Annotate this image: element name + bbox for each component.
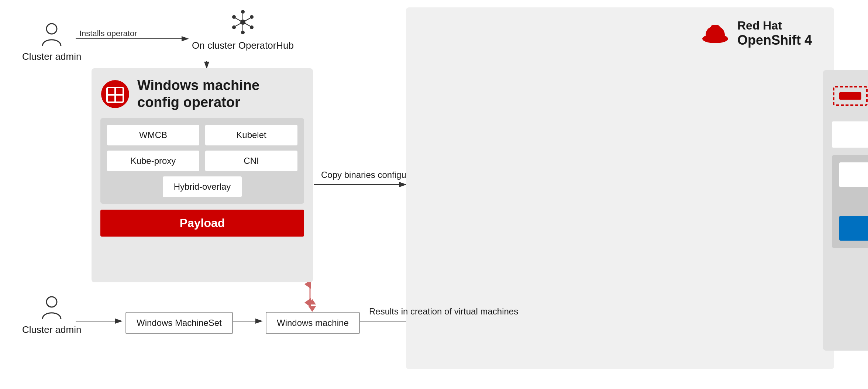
svg-point-22	[241, 31, 245, 34]
svg-marker-44	[309, 299, 316, 304]
comp-cni: CNI	[205, 151, 297, 171]
redhat-logo: Red Hat OpenShift 4	[700, 18, 812, 48]
svg-point-23	[232, 25, 236, 29]
wvm-box: Windows virtual machine Kube-proxy Hybri…	[823, 70, 868, 351]
inner-top-row: Kubelet CNI	[839, 162, 868, 187]
comp-row-1: WMCB Kubelet	[107, 125, 297, 145]
wvm-header: Windows virtual machine	[832, 79, 868, 113]
windows-machine-box: Windows machine	[266, 312, 360, 334]
comp-hybrid-overlay: Hybrid-overlay	[163, 176, 242, 197]
wmco-components: WMCB Kubelet Kube-proxy CNI Hybrid-overl…	[100, 118, 304, 204]
comp-kube-proxy: Kube-proxy	[107, 151, 199, 171]
redhat-hat-icon	[700, 18, 730, 48]
wmco-box: Windows machine config operator WMCB Kub…	[92, 68, 313, 282]
inner-box: Kubelet CNI Configures Windows machine c…	[832, 155, 868, 248]
person-icon-top	[41, 22, 63, 48]
openshift-text: Red Hat OpenShift 4	[737, 19, 812, 48]
cluster-admin-bottom-label: Cluster admin	[22, 324, 81, 335]
wmco-header: Windows machine config operator	[100, 77, 304, 111]
openshift-version: OpenShift 4	[737, 32, 812, 48]
results-label: Results in creation of virtual machines	[369, 306, 518, 317]
svg-marker-43	[309, 306, 316, 312]
configures-area: Configures	[839, 193, 868, 211]
diagram-container: Cluster admin Installs operator On clust…	[0, 0, 868, 389]
wmco-icon	[100, 79, 130, 109]
svg-point-45	[46, 297, 57, 307]
wvm-icon	[832, 85, 868, 107]
svg-rect-38	[839, 92, 861, 100]
cluster-admin-top: Cluster admin	[22, 22, 81, 62]
installs-operator-label: Installs operator	[79, 29, 137, 38]
comp-kubelet: Kubelet	[205, 125, 297, 145]
cluster-admin-top-label: Cluster admin	[22, 51, 81, 62]
payload-bar: Payload	[100, 210, 304, 237]
svg-point-21	[250, 25, 254, 29]
windows-machineset-box: Windows MachineSet	[125, 312, 233, 334]
operator-hub: On cluster OperatorHub	[192, 7, 294, 51]
svg-point-36	[711, 25, 720, 28]
wvm-top-row: Kube-proxy Hybrid-overlay	[832, 121, 868, 148]
svg-point-24	[232, 15, 236, 19]
comp-row-3: Hybrid-overlay	[107, 176, 297, 197]
redhat-text: Red Hat	[737, 19, 812, 32]
operator-hub-label: On cluster OperatorHub	[192, 40, 294, 51]
cluster-admin-bottom: Cluster admin	[22, 295, 81, 335]
svg-point-17	[46, 24, 57, 34]
comp-wmcb: WMCB	[107, 125, 199, 145]
wmco-title: Windows machine config operator	[137, 77, 259, 111]
person-icon-bottom	[41, 295, 63, 321]
comp-row-2: Kube-proxy CNI	[107, 151, 297, 171]
wvm-kube-proxy: Kube-proxy	[832, 121, 868, 148]
svg-point-19	[241, 10, 245, 14]
inner-kubelet: Kubelet	[839, 162, 868, 187]
svg-point-20	[250, 15, 254, 19]
wmcb-bar: Windows machine config bootstrapper (WMC…	[839, 216, 868, 241]
operator-hub-icon	[228, 7, 258, 37]
